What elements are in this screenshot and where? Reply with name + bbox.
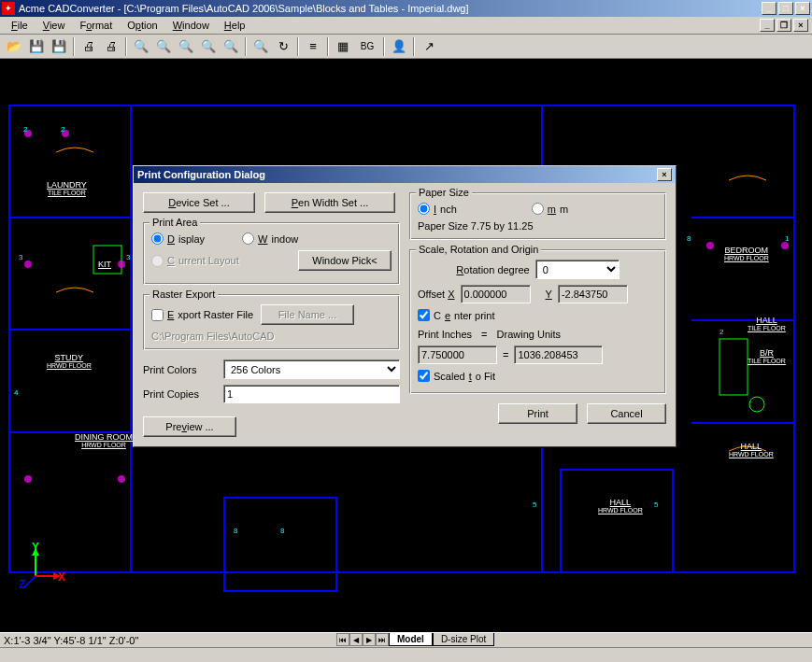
units-input: [514, 345, 603, 364]
menu-help[interactable]: Help: [217, 18, 253, 33]
svg-text:2: 2: [23, 125, 28, 134]
print-copies-label: Print Copies: [143, 388, 218, 400]
svg-text:8: 8: [280, 527, 285, 535]
zoom-out-icon[interactable]: 🔍: [131, 36, 151, 57]
offset-x-label: Offset X: [418, 289, 455, 300]
menu-view[interactable]: View: [36, 18, 73, 33]
close-button[interactable]: ×: [795, 2, 810, 15]
svg-text:8: 8: [687, 234, 691, 243]
main-titlebar: ✦ Acme CADConverter - [C:\Program Files\…: [0, 0, 812, 17]
svg-rect-5: [224, 498, 336, 591]
svg-text:3: 3: [19, 253, 23, 261]
room-hall3: HALLHRWD FLOOR: [598, 498, 643, 514]
scale-legend: Scale, Rotation and Origin: [416, 244, 541, 255]
room-hall2: HALLHRWD FLOOR: [729, 442, 774, 458]
svg-text:8: 8: [234, 527, 238, 535]
zoom-in-icon[interactable]: 🔍: [153, 36, 174, 57]
center-print-checkbox[interactable]: Center print: [418, 309, 658, 321]
room-hall1: HALLTILE FLOOR: [748, 316, 786, 331]
settings-icon[interactable]: ▦: [333, 36, 353, 57]
tab-next-icon[interactable]: ▶: [363, 633, 376, 646]
equals-label: =: [481, 329, 487, 340]
mdi-restore-button[interactable]: ❐: [776, 19, 791, 32]
tab-first-icon[interactable]: ⏮: [336, 633, 349, 646]
menu-option[interactable]: Option: [120, 18, 164, 33]
room-laundry: LAUNDRYTILE FLOOR: [47, 180, 87, 196]
pen-width-button[interactable]: Pen Width Set ...: [264, 192, 395, 213]
mdi-minimize-button[interactable]: _: [760, 19, 775, 32]
window-radio[interactable]: Window: [242, 232, 298, 245]
menu-format[interactable]: Format: [72, 18, 120, 33]
svg-text:5: 5: [654, 500, 659, 509]
dialog-titlebar[interactable]: Print Configuration Dialog ×: [134, 166, 676, 183]
window-pick-button[interactable]: Window Pick<: [298, 250, 392, 271]
minimize-button[interactable]: _: [762, 2, 776, 15]
dialog-title-text: Print Configuration Dialog: [137, 169, 265, 180]
maximize-button[interactable]: □: [778, 2, 793, 15]
save-icon[interactable]: 💾: [26, 36, 47, 57]
svg-text:2: 2: [61, 125, 65, 134]
app-icon: ✦: [2, 2, 15, 15]
menu-file[interactable]: File: [4, 18, 36, 33]
svg-rect-10: [561, 470, 673, 572]
tab-last-icon[interactable]: ⏭: [376, 633, 389, 646]
svg-marker-35: [32, 548, 39, 556]
svg-marker-37: [53, 572, 61, 580]
zoom-extents-icon[interactable]: 🔍: [198, 36, 219, 57]
tab-dsize[interactable]: D-size Plot: [433, 633, 494, 646]
paper-size-text: Paper Size 7.75 by 11.25: [418, 220, 658, 232]
print-copies-input[interactable]: [223, 385, 400, 403]
redraw-icon[interactable]: ↻: [273, 36, 293, 57]
tab-prev-icon[interactable]: ◀: [349, 633, 363, 646]
svg-text:5: 5: [533, 500, 537, 509]
export-raster-checkbox[interactable]: Export Raster File: [151, 309, 253, 321]
svg-text:1: 1: [785, 234, 790, 243]
offset-y-label: Y: [546, 289, 552, 300]
file-name-button: File Name ...: [261, 304, 354, 325]
open-icon[interactable]: 📂: [4, 36, 24, 57]
menu-window[interactable]: Window: [165, 18, 217, 33]
mdi-close-button[interactable]: ×: [793, 19, 808, 32]
user-icon[interactable]: 👤: [389, 36, 409, 57]
print-colors-select[interactable]: 256 Colors: [223, 359, 400, 379]
rotation-select[interactable]: 0: [535, 260, 620, 279]
scaled-to-fit-checkbox[interactable]: Scaled to Fit: [418, 370, 658, 382]
pan-icon[interactable]: 🔍: [250, 36, 271, 57]
mm-radio[interactable]: mm: [532, 203, 568, 215]
print-area-fieldset: Print Area Display Window Current Layout…: [143, 222, 400, 285]
zoom-prev-icon[interactable]: 🔍: [221, 36, 241, 57]
tab-model[interactable]: Model: [389, 633, 433, 646]
separator: [297, 37, 299, 56]
room-kit: KIT: [98, 260, 111, 269]
rotation-label: Rotation degree: [456, 264, 529, 275]
dialog-close-button[interactable]: ×: [657, 168, 672, 181]
svg-line-38: [24, 576, 36, 587]
zoom-window-icon[interactable]: 🔍: [176, 36, 196, 57]
axis-indicator: Y X Z: [19, 548, 65, 595]
device-set-button[interactable]: Device Set ...: [143, 192, 255, 213]
bottom-strip: [0, 647, 812, 662]
separator: [383, 37, 385, 56]
paper-size-fieldset: Paper Size Inch mm Paper Size 7.75 by 11…: [409, 192, 666, 240]
svg-text:4: 4: [14, 388, 19, 397]
current-layout-radio: Current Layout: [151, 255, 239, 267]
print-icon[interactable]: 🖨: [78, 36, 99, 57]
layers-icon[interactable]: ≡: [303, 36, 323, 57]
svg-point-19: [118, 475, 125, 483]
print-preview-icon[interactable]: 🖨: [101, 36, 121, 57]
display-radio[interactable]: Display: [151, 232, 205, 245]
export-icon[interactable]: ↗: [419, 36, 439, 57]
cancel-button[interactable]: Cancel: [587, 403, 666, 424]
inch-radio[interactable]: Inch: [418, 203, 457, 215]
svg-point-17: [118, 261, 125, 268]
print-config-dialog: Print Configuration Dialog × Device Set …: [133, 165, 677, 447]
print-inches-label: Print Inches: [418, 329, 472, 340]
inches-input: [418, 345, 497, 364]
preview-button[interactable]: Preview ...: [143, 416, 236, 437]
save-as-icon[interactable]: 💾: [49, 36, 69, 57]
drawing-units-label: Drawing Units: [497, 329, 561, 340]
offset-x-input: [461, 285, 531, 303]
print-button[interactable]: Print: [498, 403, 577, 424]
bg-button[interactable]: BG: [355, 36, 379, 57]
raster-export-fieldset: Raster Export Export Raster File File Na…: [143, 294, 400, 350]
